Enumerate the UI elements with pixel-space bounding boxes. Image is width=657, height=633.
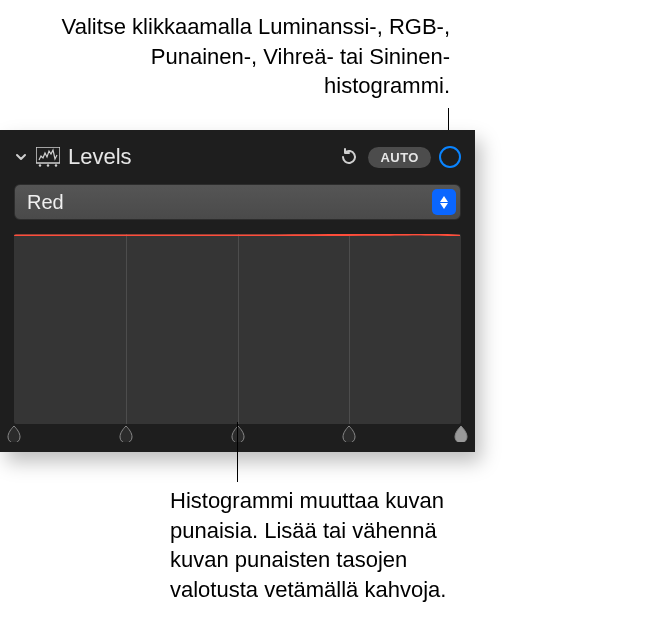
- histogram-chart: [14, 234, 461, 424]
- channel-dropdown[interactable]: Red: [14, 184, 461, 220]
- levels-handle[interactable]: [118, 426, 134, 442]
- channel-dropdown-label: Red: [27, 191, 432, 214]
- callout-line-bottom: [237, 422, 238, 482]
- auto-button[interactable]: AUTO: [368, 147, 431, 168]
- panel-header: Levels AUTO: [14, 140, 461, 174]
- levels-icon: [36, 147, 60, 167]
- dropdown-stepper-icon: [432, 189, 456, 215]
- callout-bottom: Histogrammi muuttaa kuvan punaisia. Lisä…: [170, 486, 500, 605]
- levels-handle[interactable]: [453, 426, 469, 442]
- levels-panel: Levels AUTO Red: [0, 130, 475, 452]
- svg-point-1: [39, 164, 41, 166]
- callout-top: Valitse klikkaamalla Luminanssi-, RGB-, …: [60, 12, 450, 101]
- svg-point-2: [47, 164, 49, 166]
- disclosure-chevron-icon[interactable]: [14, 150, 28, 164]
- panel-title: Levels: [68, 144, 330, 170]
- svg-point-3: [55, 164, 57, 166]
- reset-icon[interactable]: [338, 146, 360, 168]
- levels-handle[interactable]: [6, 426, 22, 442]
- levels-handle[interactable]: [341, 426, 357, 442]
- enable-toggle-ring-icon[interactable]: [439, 146, 461, 168]
